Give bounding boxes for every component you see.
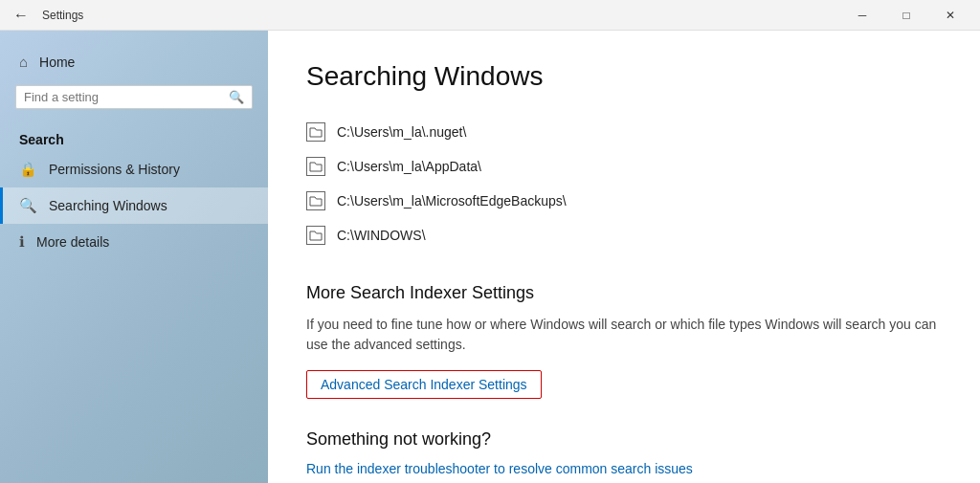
main-content: Searching Windows C:\Users\m_la\.nuget\ … (268, 31, 980, 483)
more-details-icon: ℹ (19, 233, 25, 251)
home-icon: ⌂ (19, 54, 28, 70)
sidebar: ⌂ Home 🔍 Search 🔒 Permissions & History … (0, 31, 268, 483)
folder-path-0: C:\Users\m_la\.nuget\ (337, 124, 466, 140)
indexer-section-desc: If you need to fine tune how or where Wi… (306, 315, 942, 355)
search-icon: 🔍 (229, 90, 244, 104)
app-body: ⌂ Home 🔍 Search 🔒 Permissions & History … (0, 31, 980, 483)
sidebar-section-label: Search (0, 124, 268, 151)
indexer-section-title: More Search Indexer Settings (306, 283, 942, 303)
sidebar-item-label: Searching Windows (49, 198, 167, 213)
sidebar-item-permissions[interactable]: 🔒 Permissions & History (0, 151, 268, 187)
sidebar-item-label: Permissions & History (49, 162, 180, 177)
folder-path-3: C:\WINDOWS\ (337, 228, 426, 243)
list-item: C:\WINDOWS\ (306, 218, 942, 252)
troubleshoot-link[interactable]: Run the indexer troubleshooter to resolv… (306, 461, 693, 476)
minimize-button[interactable]: ─ (840, 0, 884, 31)
folder-checkbox-3[interactable] (306, 226, 325, 245)
sidebar-search-box[interactable]: 🔍 (15, 85, 253, 109)
titlebar: ← Settings ─ □ ✕ (0, 0, 980, 31)
restore-button[interactable]: □ (884, 0, 928, 31)
window-controls: ─ □ ✕ (840, 0, 972, 31)
list-item: C:\Users\m_la\MicrosoftEdgeBackups\ (306, 184, 942, 218)
not-working-title: Something not working? (306, 429, 942, 450)
excluded-folders-list: C:\Users\m_la\.nuget\ C:\Users\m_la\AppD… (306, 115, 942, 252)
advanced-search-link[interactable]: Advanced Search Indexer Settings (321, 377, 527, 392)
sidebar-item-label: More details (36, 234, 109, 250)
back-button[interactable]: ← (8, 2, 34, 29)
list-item: C:\Users\m_la\.nuget\ (306, 115, 942, 149)
titlebar-left: ← Settings (8, 2, 83, 29)
not-working-section: Something not working? Run the indexer t… (306, 429, 942, 476)
folder-checkbox-1[interactable] (306, 157, 325, 176)
folder-checkbox-0[interactable] (306, 122, 325, 142)
sidebar-item-more-details[interactable]: ℹ More details (0, 224, 268, 260)
app-title: Settings (42, 9, 83, 22)
sidebar-item-searching-windows[interactable]: 🔍 Searching Windows (0, 187, 268, 224)
search-input[interactable] (24, 90, 229, 104)
page-title: Searching Windows (306, 61, 942, 92)
advanced-link-box[interactable]: Advanced Search Indexer Settings (306, 370, 542, 399)
sidebar-home-label: Home (39, 55, 75, 70)
list-item: C:\Users\m_la\AppData\ (306, 149, 942, 184)
folder-path-2: C:\Users\m_la\MicrosoftEdgeBackups\ (337, 193, 567, 209)
folder-checkbox-2[interactable] (306, 191, 325, 210)
close-button[interactable]: ✕ (928, 0, 972, 31)
folder-path-1: C:\Users\m_la\AppData\ (337, 159, 481, 174)
searching-windows-icon: 🔍 (19, 197, 37, 214)
permissions-icon: 🔒 (19, 161, 37, 178)
sidebar-item-home[interactable]: ⌂ Home (0, 46, 268, 77)
